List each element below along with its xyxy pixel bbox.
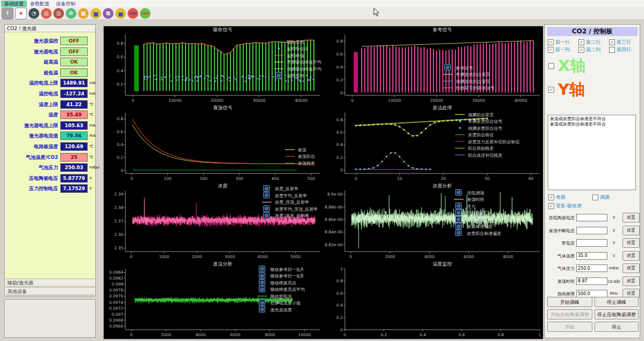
svg-text:⊘: ⊘: [260, 280, 264, 285]
background-absorption-check-row: ✓ 背景-吸收谱: [548, 203, 582, 210]
gauge-button[interactable]: ◔: [29, 8, 39, 19]
svg-text:算法分析: 算法分析: [213, 261, 232, 267]
svg-text:2000: 2000: [161, 332, 171, 337]
bars-yellow2-button[interactable]: ▅: [115, 8, 126, 19]
setting-input[interactable]: [576, 227, 607, 234]
legend-label: 浓度平均_压强_反射率: [274, 207, 318, 212]
menu-item-1[interactable]: 基础设置: [1, 1, 27, 7]
chart-algorithm-processing[interactable]: 算法处理00.20.40.60.8010203040偶膜拟合背景奇膜浓度拟合信号…: [323, 105, 543, 183]
accordion-tab-1[interactable]: 辅助/激光器: [5, 279, 95, 287]
grid-checkbox[interactable]: ✓: [578, 47, 584, 53]
up-arrow-button[interactable]: ↑: [2, 8, 13, 19]
legend-label: 浓度平均_反射率: [274, 193, 307, 198]
line-marker-button[interactable]: +: [15, 8, 27, 19]
menu-item-3[interactable]: 设备控制: [53, 1, 79, 7]
setting-input[interactable]: [576, 277, 607, 285]
x-axis-checkbox[interactable]: [548, 63, 554, 69]
setting-input[interactable]: [576, 290, 607, 297]
plot-visibility-icon[interactable]: ⊘: [259, 280, 265, 286]
plot-visibility-icon[interactable]: ⊘: [456, 217, 462, 222]
chart-absorption-signal[interactable]: 吸收信号0.20.40.60.8010000200003000040000吸收信…: [104, 26, 323, 105]
chart-concentration-analysis[interactable]: 浓度分析8.82e-068.84e-068.86e-068.88e-068.9e…: [323, 183, 543, 261]
svg-text:1: 1: [539, 332, 541, 337]
param-unit: ℃: [89, 102, 94, 107]
plot-visibility-icon[interactable]: ⊘: [264, 185, 270, 191]
chart-ringdown-signal[interactable]: 衰荡信号00.20.40.60.80100200300400500衰荡衰荡拟合衰…: [104, 105, 323, 183]
chart-darkred-button[interactable]: ▥: [53, 8, 64, 19]
accordion-tab-2[interactable]: 其他设备: [5, 287, 95, 295]
set-button[interactable]: 设置: [622, 263, 640, 273]
plot-visibility-icon[interactable]: ⊘: [259, 300, 265, 305]
chart-red-button[interactable]: ▥: [41, 8, 52, 19]
setting-unit: V: [606, 254, 621, 258]
chart-temperature-monitor[interactable]: 温度监控00.20.40.60.8100.20.40.60.81: [323, 261, 543, 339]
action-button-1[interactable]: 开始调峰: [547, 297, 592, 307]
mode-checkbox[interactable]: ✓: [548, 194, 554, 200]
chart-concentration[interactable]: 浓度2.352.362.372.382.39010002000300040005…: [104, 183, 323, 261]
setting-label: 压电陶瓷电压: [545, 215, 575, 221]
menu-item-2[interactable]: 参数配置: [27, 1, 53, 7]
plot-visibility-icon[interactable]: ⊘: [444, 65, 450, 71]
legend-label: 吸收参考归一化A: [271, 267, 304, 272]
plot-visibility-icon[interactable]: ⊘: [456, 230, 462, 236]
gears-button[interactable]: ⚙: [66, 8, 76, 19]
action-button-4[interactable]: 停止压电陶瓷调整: [595, 309, 639, 319]
svg-text:0: 0: [130, 332, 133, 337]
action-button-6[interactable]: 停止: [595, 322, 639, 332]
mode-checkbox[interactable]: [592, 194, 598, 200]
param-label: 温度: [5, 112, 58, 119]
svg-text:0: 0: [340, 168, 343, 172]
set-button[interactable]: 设置: [622, 276, 640, 286]
grid-check-row: ✓第三行: [609, 39, 631, 46]
setting-input[interactable]: [576, 265, 607, 272]
set-button[interactable]: 设置: [622, 213, 640, 222]
alarm-message-box[interactable]: 衰荡或浓度拟合标准差不符合衰荡或浓度拟合标准差不符合: [548, 115, 636, 190]
svg-text:0.0972: 0.0972: [109, 306, 123, 311]
plot-visibility-icon[interactable]: ⊘: [259, 286, 265, 292]
plot-visibility-icon[interactable]: ⊘: [264, 212, 270, 218]
table-button[interactable]: ▦: [78, 8, 89, 19]
param-unit: ℃: [89, 113, 94, 117]
setting-input[interactable]: [576, 214, 607, 221]
plot-visibility-icon[interactable]: ⊘: [264, 192, 270, 198]
grid-checkbox[interactable]: ✓: [609, 39, 615, 45]
chart-algorithm-analysis[interactable]: 算法分析0.09660.09680.0970.09720.09740.09760…: [104, 261, 323, 339]
y-axis-checkbox[interactable]: ✓: [548, 87, 554, 93]
plot-visibility-icon[interactable]: ⊘: [259, 273, 265, 279]
legend-label: 拟合原始残差: [468, 146, 494, 151]
svg-text:0.0984: 0.0984: [109, 270, 123, 275]
plot-visibility-icon[interactable]: ⊘: [456, 203, 462, 209]
setting-input[interactable]: [576, 239, 607, 247]
plot-visibility-icon[interactable]: ⊘: [275, 72, 281, 78]
network-button[interactable]: ⧉: [103, 8, 114, 19]
plot-visibility-icon[interactable]: ⊘: [456, 210, 462, 215]
set-button[interactable]: 设置: [622, 226, 640, 235]
plot-visibility-icon[interactable]: ⊘: [264, 206, 270, 212]
svg-text:0: 0: [132, 98, 135, 103]
grid-checkbox[interactable]: ✓: [548, 47, 554, 53]
grid-checkbox[interactable]: ✓: [578, 39, 584, 45]
svg-text:⊘: ⊘: [260, 266, 264, 272]
set-button[interactable]: 设置: [622, 251, 640, 261]
plot-visibility-icon[interactable]: ⊘: [456, 190, 462, 196]
grid-checkbox[interactable]: [609, 47, 615, 53]
plot-visibility-icon[interactable]: ⊘: [259, 266, 265, 272]
ch4-button[interactable]: CH4: [128, 8, 138, 19]
chart-reference-signal[interactable]: 参考信号00.20.40.60.8010000200003000040000⊘参…: [323, 26, 543, 105]
background-absorption-checkbox[interactable]: ✓: [548, 203, 554, 209]
setting-input[interactable]: [576, 252, 607, 260]
plot-visibility-icon[interactable]: ⊘: [456, 223, 462, 229]
action-button-2[interactable]: 停止调峰: [595, 297, 639, 307]
svg-text:衰荡信号: 衰荡信号: [213, 105, 232, 110]
bars-yellow-button[interactable]: ▅: [90, 8, 101, 19]
legend-label: 偶膜浓度拟合信号: [468, 126, 503, 131]
laser-param-row: 激光器电流OFF: [5, 47, 95, 57]
legend-label: 衰荡拟合: [298, 154, 315, 159]
set-button[interactable]: 设置: [622, 238, 640, 248]
laser-param-row: 激光器电流上限105.63mA: [5, 121, 95, 131]
param-unit: ℃: [89, 144, 94, 149]
co2-button[interactable]: CO2: [140, 8, 151, 19]
grid-checkbox[interactable]: ✓: [548, 39, 554, 45]
chart-grid: 吸收信号0.20.40.60.8010000200003000040000吸收信…: [103, 26, 543, 339]
plot-visibility-icon[interactable]: ⊘: [259, 307, 265, 312]
